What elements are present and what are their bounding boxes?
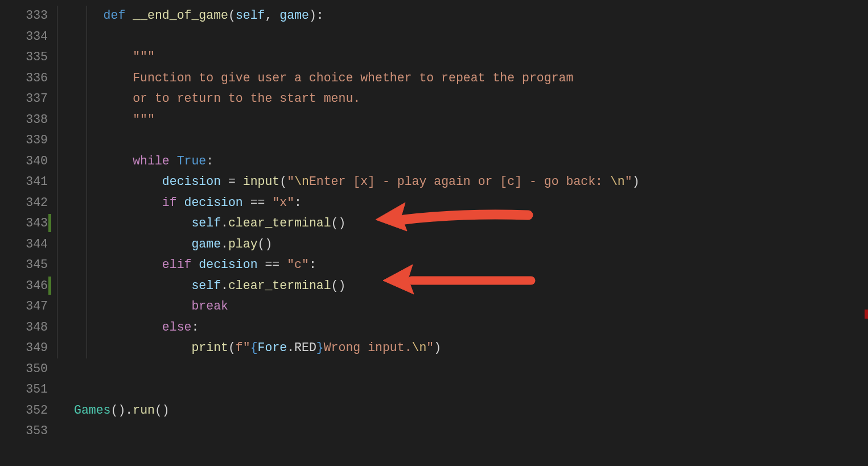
line-number: 350	[0, 358, 48, 380]
line-number: 341	[0, 171, 48, 192]
code-line[interactable]: """	[74, 47, 868, 68]
code-line[interactable]: if decision == "x":	[74, 192, 868, 213]
code-line[interactable]	[74, 420, 868, 442]
modified-line-indicator	[48, 277, 51, 295]
line-number: 338	[0, 109, 48, 130]
code-line[interactable]: break	[74, 296, 868, 317]
code-editor[interactable]: 3333343353363373383393403413423433443453…	[0, 0, 868, 466]
code-content-area[interactable]: def __end_of_game(self, game): """ Funct…	[57, 0, 868, 466]
code-line[interactable]: else:	[74, 317, 868, 338]
line-number: 348	[0, 317, 48, 338]
line-number: 339	[0, 130, 48, 151]
line-number: 337	[0, 88, 48, 109]
line-number: 346	[0, 275, 48, 296]
code-line[interactable]: Games().run()	[74, 400, 868, 421]
line-number: 333	[0, 5, 48, 26]
code-line[interactable]: self.clear_terminal()	[74, 213, 868, 234]
code-line[interactable]: while True:	[74, 151, 868, 172]
code-line[interactable]	[74, 130, 868, 151]
line-number: 353	[0, 420, 48, 442]
code-line[interactable]: self.clear_terminal()	[74, 275, 868, 296]
code-line[interactable]	[74, 358, 868, 380]
line-number: 344	[0, 234, 48, 255]
code-line[interactable]: def __end_of_game(self, game):	[74, 5, 868, 26]
code-line[interactable]: Function to give user a choice whether t…	[74, 68, 868, 89]
line-number: 335	[0, 47, 48, 68]
code-line[interactable]: print(f"{Fore.RED}Wrong input.\n")	[74, 337, 868, 358]
line-number: 342	[0, 192, 48, 213]
scrollbar-error-marker[interactable]	[865, 310, 868, 319]
modified-line-indicator	[48, 214, 51, 232]
line-number: 340	[0, 151, 48, 172]
code-line[interactable]: or to return to the start menu.	[74, 88, 868, 109]
line-number: 343	[0, 213, 48, 234]
code-line[interactable]: elif decision == "c":	[74, 254, 868, 275]
line-number: 345	[0, 254, 48, 275]
line-number: 352	[0, 400, 48, 421]
line-number: 351	[0, 379, 48, 400]
code-line[interactable]	[74, 26, 868, 47]
line-number: 347	[0, 296, 48, 317]
line-number-gutter: 3333343353363373383393403413423433443453…	[0, 0, 57, 466]
code-line[interactable]	[74, 379, 868, 400]
line-number: 349	[0, 337, 48, 358]
line-number: 336	[0, 68, 48, 89]
code-line[interactable]: decision = input("\nEnter [x] - play aga…	[74, 171, 868, 192]
line-number: 334	[0, 26, 48, 47]
indent-guide	[87, 6, 87, 358]
code-line[interactable]: """	[74, 109, 868, 130]
code-line[interactable]: game.play()	[74, 234, 868, 255]
indent-guide	[57, 6, 57, 358]
